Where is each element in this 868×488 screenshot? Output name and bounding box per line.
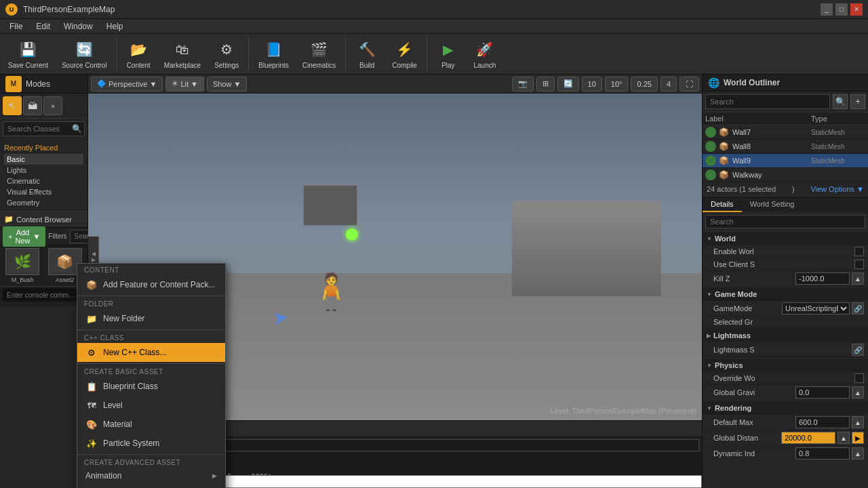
new-folder-item[interactable]: 📁 New Folder <box>77 309 225 328</box>
basic-asset-section-label: Create Basic Asset <box>77 365 225 377</box>
blueprints-button[interactable]: 📘 Blueprints <box>253 36 294 72</box>
animation-item[interactable]: Animation <box>77 468 225 484</box>
global-dist-next-btn[interactable]: ▶ <box>852 432 864 444</box>
outliner-row-2[interactable]: 📦 Wall9 StaticMesh <box>703 154 868 168</box>
dynamic-ind-input[interactable] <box>795 447 850 460</box>
global-gravi-inc-btn[interactable]: ▲ <box>852 386 864 399</box>
menu-file[interactable]: File <box>3 20 29 33</box>
vp-show-btn[interactable]: Show ▼ <box>207 77 247 92</box>
vp-scale-btn[interactable]: 10 <box>582 77 602 92</box>
details-search-input[interactable] <box>705 215 865 228</box>
lightmass-section-header[interactable]: ▶ Lightmass <box>703 329 868 342</box>
compile-button[interactable]: ⚡ Compile <box>387 36 422 72</box>
vp-grid-btn[interactable]: ⊞ <box>536 77 555 92</box>
cb-item-0[interactable]: 🌿 M_Bush <box>3 248 43 283</box>
mode-btn-select[interactable]: ↖ <box>3 96 22 115</box>
details-tab-details[interactable]: Details <box>703 197 742 212</box>
compile-icon: ⚡ <box>394 39 416 60</box>
rendering-section-header[interactable]: ▼ Rendering <box>703 401 868 415</box>
minimize-button[interactable]: _ <box>821 3 833 16</box>
content-icon: 📂 <box>127 39 149 60</box>
default-max-input[interactable] <box>795 416 850 428</box>
add-new-button[interactable]: + Add New ▼ <box>3 226 45 247</box>
col-header-type[interactable]: Type <box>811 115 865 123</box>
use-client-checkbox[interactable] <box>854 260 864 269</box>
view-options-button[interactable]: View Options ▼ <box>810 185 864 193</box>
ai-item[interactable]: Artificial Intelligence <box>77 484 225 488</box>
vp-angle-btn[interactable]: 10° <box>605 77 629 92</box>
global-gravi-input[interactable] <box>795 386 850 399</box>
global-dist-input[interactable] <box>781 432 835 444</box>
console-input[interactable] <box>3 288 85 302</box>
kill-z-inc-btn[interactable]: ▲ <box>852 272 864 285</box>
world-section-header[interactable]: ▼ World <box>703 232 868 245</box>
blueprint-class-item[interactable]: 📋 Blueprint Class <box>77 377 225 396</box>
launch-button[interactable]: 🚀 Launch <box>468 36 502 72</box>
details-tab-world-setting[interactable]: World Setting <box>742 197 803 212</box>
outliner-row-0[interactable]: 📦 Wall7 StaticMesh <box>703 125 868 140</box>
world-outliner-title: World Outliner <box>724 78 780 87</box>
modes-expand[interactable]: » <box>43 96 62 115</box>
add-feature-label: Add Feature or Content Pack... <box>103 280 217 289</box>
outliner-add-button[interactable]: + <box>850 94 865 109</box>
menu-help[interactable]: Help <box>100 20 130 33</box>
save-current-button[interactable]: 💾 Save Current <box>3 36 54 72</box>
play-button[interactable]: ▶ Play <box>431 36 465 72</box>
outliner-row-3[interactable]: 📦 Walkway <box>703 168 868 182</box>
section-lights[interactable]: Lights <box>4 165 83 176</box>
settings-button[interactable]: ⚙ Settings <box>209 36 244 72</box>
vp-lit-btn[interactable]: ☀ Lit ▼ <box>165 77 204 92</box>
lightmass-link-btn[interactable]: 🔗 <box>852 344 864 356</box>
cinematics-button[interactable]: 🎬 Cinematics <box>297 36 341 72</box>
vp-camera-btn[interactable]: 📷 <box>512 77 534 92</box>
outliner-row-1[interactable]: 📦 Wall8 StaticMesh <box>703 140 868 154</box>
prop-label-use-client: Use Client S <box>713 260 854 268</box>
close-button[interactable]: ✕ <box>850 3 863 16</box>
default-max-inc-btn[interactable]: ▲ <box>852 416 864 428</box>
game-mode-dropdown[interactable]: UnrealScriptingBasic <box>782 302 850 314</box>
source-control-button[interactable]: 🔄 Source Control <box>56 36 113 72</box>
outliner-search-input[interactable] <box>705 94 830 109</box>
world-section-label: World <box>715 235 736 243</box>
content-button[interactable]: 📂 Content <box>121 36 156 72</box>
global-dist-inc-btn[interactable]: ▲ <box>837 432 850 444</box>
section-basic[interactable]: Basic <box>4 154 83 165</box>
col-header-label[interactable]: Label <box>705 115 811 123</box>
vp-perspective-btn[interactable]: 🔷 Perspective ▼ <box>91 77 163 92</box>
section-visual-effects[interactable]: Visual Effects <box>4 186 83 197</box>
vp-maximize-btn[interactable]: ⛶ <box>679 77 699 92</box>
cinematics-icon: 🎬 <box>308 39 330 60</box>
game-mode-link-btn[interactable]: 🔗 <box>852 302 864 314</box>
add-new-label: Add New <box>15 228 30 245</box>
menu-window[interactable]: Window <box>57 20 100 33</box>
game-mode-section-header[interactable]: ▼ Game Mode <box>703 287 868 301</box>
dynamic-ind-inc-btn[interactable]: ▲ <box>852 447 864 460</box>
filter-btn[interactable]: Filters <box>48 232 66 240</box>
section-geometry[interactable]: Geometry <box>4 197 83 208</box>
physics-section-header[interactable]: ▼ Physics <box>703 359 868 372</box>
add-feature-item[interactable]: 📦 Add Feature or Content Pack... <box>77 275 225 294</box>
prop-label-kill-z: Kill Z <box>713 274 795 283</box>
new-cpp-class-item[interactable]: ⚙ New C++ Class... <box>77 343 225 362</box>
vp-snap-btn[interactable]: 0.25 <box>631 77 657 92</box>
level-item[interactable]: 🗺 Level <box>77 396 225 415</box>
build-button[interactable]: 🔨 Build <box>350 36 384 72</box>
content-browser-header: 📁 Content Browser <box>0 211 87 228</box>
prop-value-kill-z: ▲ <box>795 272 864 285</box>
mode-btn-landscape[interactable]: 🏔 <box>23 96 42 115</box>
menu-edit[interactable]: Edit <box>29 20 57 33</box>
outliner-search-button[interactable]: 🔍 <box>833 94 848 109</box>
material-label: Material <box>103 420 217 429</box>
visibility-indicator-3 <box>705 169 716 180</box>
section-cinematic[interactable]: Cinematic <box>4 176 83 186</box>
kill-z-input[interactable] <box>795 272 850 285</box>
enable-world-checkbox[interactable] <box>854 247 864 256</box>
maximize-button[interactable]: □ <box>835 3 848 16</box>
override-wo-checkbox[interactable] <box>854 373 864 383</box>
particle-system-item[interactable]: ✨ Particle System <box>77 434 225 453</box>
recently-placed-header[interactable]: Recently Placed <box>4 142 83 154</box>
vp-rotate-btn[interactable]: 🔄 <box>557 77 579 92</box>
vp-split-btn[interactable]: 4 <box>660 77 677 92</box>
material-item[interactable]: 🎨 Material <box>77 415 225 434</box>
marketplace-button[interactable]: 🛍 Marketplace <box>159 36 206 72</box>
